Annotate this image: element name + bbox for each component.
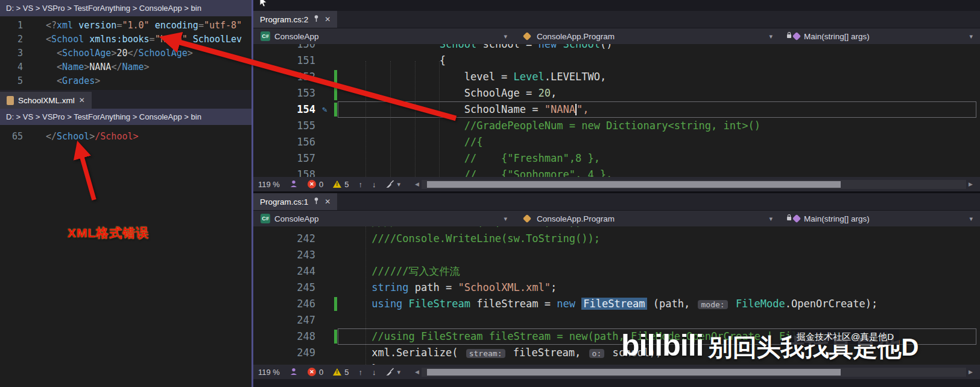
code-text: string path = "SchoolXML.xml"; (341, 280, 980, 296)
chevron-down-icon: ▾ (769, 215, 773, 223)
code-text (341, 312, 980, 328)
tab-program-cs-2[interactable]: Program.cs:2 ✕ (253, 11, 337, 28)
line-number: 156 (253, 134, 321, 150)
scrollbar-track[interactable] (422, 368, 966, 377)
change-indicator (334, 70, 337, 84)
code-line-1[interactable]: 1<?xml version="1.0" encoding="utf-8" (0, 19, 251, 33)
feedback-icon[interactable] (289, 367, 298, 377)
gutter (321, 150, 341, 167)
member-name: Main(string[] args) (804, 214, 870, 223)
xml-file-icon (7, 96, 14, 105)
pin-icon[interactable] (312, 14, 320, 24)
project-dropdown[interactable]: C# ConsoleApp ▾ (253, 211, 514, 226)
horizontal-scrollbar[interactable]: ◀ ▶ (413, 368, 975, 377)
xml-editor-top[interactable]: 1<?xml version="1.0" encoding="utf-8"2<S… (0, 16, 251, 92)
line-number: 245 (253, 280, 321, 296)
code-line-156[interactable]: 156 //{ (253, 134, 980, 150)
tab-schoolxml[interactable]: SchoolXML.xml ✕ (0, 92, 92, 109)
code-line-2[interactable]: 2<School xmlns:books="http" SchoolLev (0, 33, 251, 46)
xml-editor-bottom[interactable]: 65</School>/School> (0, 125, 251, 154)
scrollbar-thumb[interactable] (427, 181, 841, 188)
lock-icon (787, 34, 791, 38)
code-line-245[interactable]: 245 string path = "SchoolXML.xml"; (253, 280, 980, 296)
zoom-level[interactable]: 119 % (258, 368, 280, 377)
code-text: { (341, 53, 980, 69)
feedback-icon[interactable] (289, 179, 298, 190)
project-dropdown[interactable]: C# ConsoleApp ▾ (253, 28, 514, 44)
error-count[interactable]: ✕0 (308, 368, 323, 377)
code-line-241[interactable]: 241 ////xml.Serialize(sw, school, ns); (253, 226, 980, 231)
close-icon[interactable]: ✕ (324, 198, 330, 205)
change-indicator (334, 103, 337, 117)
member-name: Main(string[] args) (804, 32, 870, 41)
line-number: 247 (253, 312, 321, 328)
code-line-154[interactable]: 154✎ SchoolName = "NANA", (253, 101, 980, 118)
code-line-158[interactable]: 158 // {"Sophomore", 4 }, (253, 167, 980, 177)
line-number: 152 (253, 69, 321, 85)
scrollbar-thumb[interactable] (427, 369, 841, 376)
line-number: 158 (253, 167, 321, 177)
pin-icon[interactable] (312, 197, 320, 206)
code-line-152[interactable]: 152 level = Level.LEVELTWO, (253, 69, 980, 85)
next-issue-button[interactable]: ↓ (372, 368, 376, 377)
type-dropdown[interactable]: ConsoleApp.Program ▾ (514, 28, 780, 44)
scroll-left-arrow[interactable]: ◀ (413, 369, 422, 375)
mouse-cursor (258, 0, 268, 9)
code-line-150[interactable]: 150 School school = new School() (253, 44, 980, 53)
code-line-3[interactable]: 3 <SchoolAge>20</SchoolAge> (0, 46, 251, 60)
code-line-155[interactable]: 155 //GradePeopleNum = new Dictionary<st… (253, 118, 980, 134)
code-text: level = Level.LEVELTWO, (341, 69, 980, 85)
left-tab-bar: SchoolXML.xml ✕ (0, 90, 251, 109)
warning-icon (333, 368, 341, 376)
method-icon (787, 33, 800, 39)
code-line-246[interactable]: 246 using FileStream fileStream = new Fi… (253, 296, 980, 312)
gutter (321, 247, 341, 263)
type-dropdown[interactable]: ConsoleApp.Program ▾ (514, 211, 780, 226)
code-line-153[interactable]: 153 SchoolAge = 20, (253, 85, 980, 101)
code-line-157[interactable]: 157 // {"Freshman",8 }, (253, 150, 980, 167)
code-cleanup-button[interactable]: ▾ (385, 180, 400, 188)
close-icon[interactable]: ✕ (79, 97, 85, 104)
code-line-4[interactable]: 4 <Name>NANA</Name> (0, 60, 251, 74)
tab-program-cs-1[interactable]: Program.cs:1 ✕ (253, 193, 337, 210)
code-line-65[interactable]: 65</School>/School> (0, 130, 251, 144)
member-dropdown[interactable]: Main(string[] args) ▾ (780, 28, 980, 44)
gutter (321, 167, 341, 177)
code-line-151[interactable]: 151 { (253, 53, 980, 69)
error-count[interactable]: ✕0 (308, 180, 323, 189)
zoom-level[interactable]: 119 % (258, 180, 280, 189)
line-number: 153 (253, 85, 321, 101)
prev-issue-button[interactable]: ↑ (358, 368, 362, 377)
tab-label: Program.cs:1 (260, 197, 308, 206)
scroll-right-arrow[interactable]: ▶ (966, 181, 975, 187)
line-number: 157 (253, 150, 321, 167)
scroll-left-arrow[interactable]: ◀ (413, 181, 422, 187)
watermark-badge: 掘金技术社区@真是他D (791, 330, 899, 345)
code-line-244[interactable]: 244 //////写入文件流 (253, 263, 980, 280)
editor-status-bar-bottom: 119 % ✕0 5 ↑ ↓ ▾ ◀ ▶ (253, 365, 980, 379)
next-issue-button[interactable]: ↓ (372, 180, 376, 189)
line-number: 154 (253, 101, 321, 118)
file-path-breadcrumb-top[interactable]: D: > VS > VSPro > TestForAnything > Cons… (0, 0, 251, 16)
code-text: <Grades> (46, 74, 251, 88)
code-line-5[interactable]: 5 <Grades> (0, 74, 251, 88)
close-icon[interactable]: ✕ (324, 16, 330, 23)
code-line-242[interactable]: 242 ////Console.WriteLine(sw.ToString())… (253, 231, 980, 247)
prev-issue-button[interactable]: ↑ (358, 180, 362, 189)
gutter (30, 33, 46, 46)
code-line-243[interactable]: 243 (253, 247, 980, 263)
member-dropdown[interactable]: Main(string[] args) ▾ (780, 211, 980, 226)
warning-count[interactable]: 5 (333, 368, 349, 377)
scroll-right-arrow[interactable]: ▶ (966, 369, 975, 375)
tab-well-header (253, 0, 980, 11)
scrollbar-track[interactable] (422, 180, 966, 189)
gutter (321, 134, 341, 150)
code-text: // {"Sophomore", 4 }, (341, 167, 980, 177)
code-editor-top[interactable]: 150 School school = new School()151 {152… (253, 44, 980, 177)
code-line-247[interactable]: 247 (253, 312, 980, 328)
horizontal-scrollbar[interactable]: ◀ ▶ (413, 180, 975, 189)
navigation-bar-top: C# ConsoleApp ▾ ConsoleApp.Program ▾ Mai… (253, 28, 980, 44)
file-path-breadcrumb-bottom[interactable]: D: > VS > VSPro > TestForAnything > Cons… (0, 109, 251, 125)
code-cleanup-button[interactable]: ▾ (385, 368, 400, 376)
warning-count[interactable]: 5 (333, 180, 349, 189)
